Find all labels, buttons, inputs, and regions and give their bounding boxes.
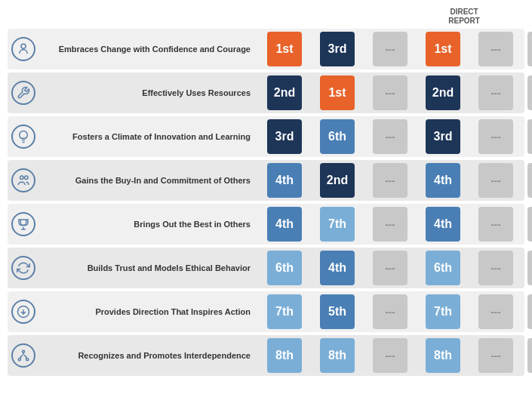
- table-row: Provides Direction That Inspires Action7…: [8, 291, 524, 332]
- rank-direct_report: ---: [469, 294, 522, 329]
- rank-overall: 2nd: [258, 75, 311, 110]
- rank-self: 1st: [311, 75, 364, 110]
- rank-other: ---: [522, 32, 532, 66]
- table-row: Gains the Buy-In and Commitment of Other…: [8, 160, 524, 201]
- table-row: Brings Out the Best in Others4th7th---4t…: [8, 204, 524, 245]
- rank-other: ---: [522, 338, 532, 373]
- rank-peer: 7th: [417, 294, 469, 329]
- header-direct-report: DIRECTREPORT: [442, 8, 487, 26]
- rank-manager: ---: [364, 207, 417, 242]
- rank-manager: ---: [364, 294, 417, 329]
- icon-refresh: [8, 256, 39, 280]
- table-row: Fosters a Climate of Innovation and Lear…: [8, 116, 524, 157]
- main-container: DIRECTREPORT Embraces Change with Confid…: [0, 0, 532, 386]
- svg-point-4: [23, 350, 25, 352]
- rank-peer: 2nd: [417, 75, 469, 110]
- icon-network: [8, 343, 39, 368]
- row-label: Provides Direction That Inspires Action: [39, 306, 258, 317]
- rank-peer: 4th: [417, 163, 469, 198]
- rank-self: 4th: [311, 251, 364, 285]
- rank-overall: 8th: [258, 338, 311, 373]
- row-label: Effectively Uses Resources: [39, 88, 258, 98]
- rank-manager: ---: [364, 251, 417, 285]
- rank-overall: 6th: [258, 251, 311, 285]
- rank-overall: 7th: [258, 294, 311, 329]
- table-row: Effectively Uses Resources2nd1st---2nd--…: [8, 72, 524, 113]
- icon-arrow: [8, 300, 39, 324]
- rank-direct_report: ---: [469, 75, 522, 110]
- rank-self: 6th: [311, 119, 364, 154]
- rank-other: ---: [522, 294, 532, 329]
- rank-manager: ---: [364, 338, 417, 373]
- rank-direct_report: ---: [469, 163, 522, 198]
- svg-point-2: [25, 176, 29, 180]
- column-headers: DIRECTREPORT: [8, 8, 524, 26]
- rank-direct_report: ---: [469, 119, 522, 154]
- rank-manager: ---: [364, 75, 417, 110]
- rank-direct_report: ---: [469, 338, 522, 373]
- svg-point-0: [21, 44, 26, 48]
- table-row: Recognizes and Promotes Interdependence8…: [8, 335, 524, 376]
- rank-peer: 8th: [417, 338, 469, 373]
- row-label: Builds Trust and Models Ethical Behavior: [39, 263, 258, 273]
- icon-person: [8, 37, 39, 61]
- icon-trophy: [8, 212, 39, 236]
- row-label: Fosters a Climate of Innovation and Lear…: [39, 131, 258, 142]
- icon-lightbulb: [8, 125, 39, 149]
- rank-other: ---: [522, 163, 532, 198]
- row-label: Embraces Change with Confidence and Cour…: [39, 44, 258, 54]
- rows-container: Embraces Change with Confidence and Cour…: [8, 29, 524, 376]
- rank-peer: 3rd: [417, 119, 469, 154]
- rank-direct_report: ---: [469, 207, 522, 242]
- svg-point-1: [20, 176, 24, 180]
- icon-tools: [8, 81, 39, 105]
- row-label: Gains the Buy-In and Commitment of Other…: [39, 175, 258, 186]
- rank-self: 2nd: [311, 163, 364, 198]
- svg-point-5: [18, 359, 20, 361]
- rank-other: ---: [522, 207, 532, 242]
- svg-point-6: [26, 359, 29, 361]
- rank-self: 3rd: [311, 32, 364, 66]
- rank-overall: 4th: [258, 207, 311, 242]
- table-row: Builds Trust and Models Ethical Behavior…: [8, 248, 524, 288]
- rank-other: ---: [522, 251, 532, 285]
- rank-self: 8th: [311, 338, 364, 373]
- row-label: Recognizes and Promotes Interdependence: [39, 350, 258, 361]
- rank-overall: 4th: [258, 163, 311, 198]
- row-label: Brings Out the Best in Others: [39, 219, 258, 229]
- rank-peer: 1st: [417, 32, 469, 66]
- rank-direct_report: ---: [469, 32, 522, 66]
- rank-self: 7th: [311, 207, 364, 242]
- table-row: Embraces Change with Confidence and Cour…: [8, 29, 524, 69]
- icon-people: [8, 168, 39, 192]
- rank-other: ---: [522, 119, 532, 154]
- rank-peer: 6th: [417, 251, 469, 285]
- rank-direct_report: ---: [469, 251, 522, 285]
- rank-self: 5th: [311, 294, 364, 329]
- rank-other: ---: [522, 75, 532, 110]
- rank-overall: 3rd: [258, 119, 311, 154]
- rank-manager: ---: [364, 119, 417, 154]
- rank-manager: ---: [364, 163, 417, 198]
- rank-peer: 4th: [417, 207, 469, 242]
- rank-overall: 1st: [258, 32, 311, 66]
- rank-manager: ---: [364, 32, 417, 66]
